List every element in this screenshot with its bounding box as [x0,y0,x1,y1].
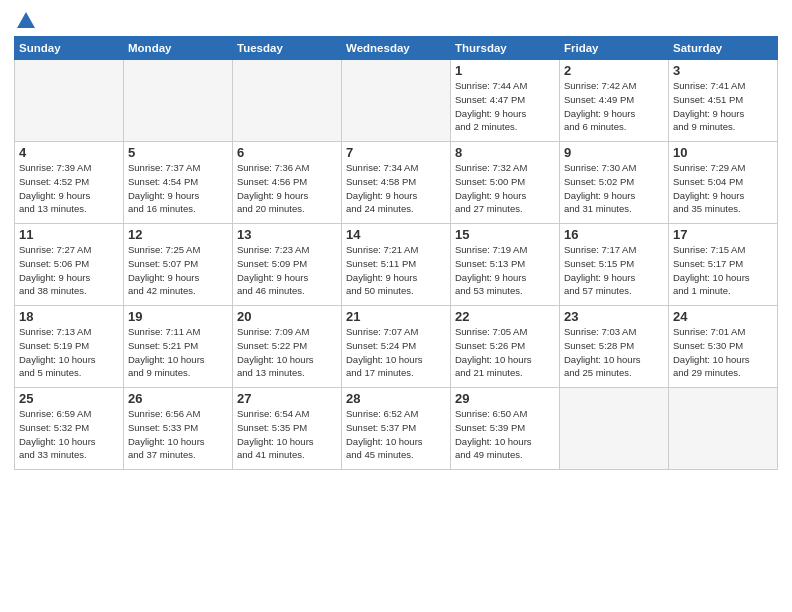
weekday-header-row: SundayMondayTuesdayWednesdayThursdayFrid… [15,37,778,60]
calendar-cell [560,388,669,470]
calendar-cell [669,388,778,470]
day-number: 13 [237,227,337,242]
day-number: 26 [128,391,228,406]
weekday-header-saturday: Saturday [669,37,778,60]
day-info: Sunrise: 7:34 AM Sunset: 4:58 PM Dayligh… [346,161,446,216]
day-info: Sunrise: 7:17 AM Sunset: 5:15 PM Dayligh… [564,243,664,298]
calendar-cell: 18Sunrise: 7:13 AM Sunset: 5:19 PM Dayli… [15,306,124,388]
calendar-cell: 22Sunrise: 7:05 AM Sunset: 5:26 PM Dayli… [451,306,560,388]
calendar-cell: 12Sunrise: 7:25 AM Sunset: 5:07 PM Dayli… [124,224,233,306]
calendar-cell: 2Sunrise: 7:42 AM Sunset: 4:49 PM Daylig… [560,60,669,142]
day-number: 4 [19,145,119,160]
calendar-cell: 4Sunrise: 7:39 AM Sunset: 4:52 PM Daylig… [15,142,124,224]
day-number: 20 [237,309,337,324]
day-info: Sunrise: 7:41 AM Sunset: 4:51 PM Dayligh… [673,79,773,134]
day-number: 19 [128,309,228,324]
calendar-week-5: 25Sunrise: 6:59 AM Sunset: 5:32 PM Dayli… [15,388,778,470]
calendar-cell: 28Sunrise: 6:52 AM Sunset: 5:37 PM Dayli… [342,388,451,470]
weekday-header-friday: Friday [560,37,669,60]
calendar-cell: 20Sunrise: 7:09 AM Sunset: 5:22 PM Dayli… [233,306,342,388]
day-info: Sunrise: 7:19 AM Sunset: 5:13 PM Dayligh… [455,243,555,298]
calendar-cell [124,60,233,142]
calendar-cell: 17Sunrise: 7:15 AM Sunset: 5:17 PM Dayli… [669,224,778,306]
calendar-table: SundayMondayTuesdayWednesdayThursdayFrid… [14,36,778,470]
calendar-cell: 24Sunrise: 7:01 AM Sunset: 5:30 PM Dayli… [669,306,778,388]
day-info: Sunrise: 6:56 AM Sunset: 5:33 PM Dayligh… [128,407,228,462]
page-container: SundayMondayTuesdayWednesdayThursdayFrid… [0,0,792,476]
day-number: 24 [673,309,773,324]
day-number: 1 [455,63,555,78]
header [14,10,778,28]
calendar-week-1: 1Sunrise: 7:44 AM Sunset: 4:47 PM Daylig… [15,60,778,142]
day-info: Sunrise: 7:44 AM Sunset: 4:47 PM Dayligh… [455,79,555,134]
day-info: Sunrise: 7:13 AM Sunset: 5:19 PM Dayligh… [19,325,119,380]
day-info: Sunrise: 7:11 AM Sunset: 5:21 PM Dayligh… [128,325,228,380]
calendar-cell: 8Sunrise: 7:32 AM Sunset: 5:00 PM Daylig… [451,142,560,224]
day-info: Sunrise: 7:32 AM Sunset: 5:00 PM Dayligh… [455,161,555,216]
day-info: Sunrise: 6:54 AM Sunset: 5:35 PM Dayligh… [237,407,337,462]
day-number: 12 [128,227,228,242]
day-info: Sunrise: 7:25 AM Sunset: 5:07 PM Dayligh… [128,243,228,298]
calendar-cell: 25Sunrise: 6:59 AM Sunset: 5:32 PM Dayli… [15,388,124,470]
day-number: 9 [564,145,664,160]
weekday-header-monday: Monday [124,37,233,60]
weekday-header-wednesday: Wednesday [342,37,451,60]
logo [14,10,37,28]
calendar-cell: 7Sunrise: 7:34 AM Sunset: 4:58 PM Daylig… [342,142,451,224]
day-info: Sunrise: 7:27 AM Sunset: 5:06 PM Dayligh… [19,243,119,298]
calendar-cell: 1Sunrise: 7:44 AM Sunset: 4:47 PM Daylig… [451,60,560,142]
day-number: 23 [564,309,664,324]
day-info: Sunrise: 7:30 AM Sunset: 5:02 PM Dayligh… [564,161,664,216]
calendar-cell: 15Sunrise: 7:19 AM Sunset: 5:13 PM Dayli… [451,224,560,306]
day-info: Sunrise: 7:09 AM Sunset: 5:22 PM Dayligh… [237,325,337,380]
day-number: 5 [128,145,228,160]
calendar-cell [342,60,451,142]
calendar-week-2: 4Sunrise: 7:39 AM Sunset: 4:52 PM Daylig… [15,142,778,224]
day-number: 7 [346,145,446,160]
day-info: Sunrise: 7:39 AM Sunset: 4:52 PM Dayligh… [19,161,119,216]
day-info: Sunrise: 6:59 AM Sunset: 5:32 PM Dayligh… [19,407,119,462]
day-info: Sunrise: 7:36 AM Sunset: 4:56 PM Dayligh… [237,161,337,216]
day-info: Sunrise: 7:23 AM Sunset: 5:09 PM Dayligh… [237,243,337,298]
day-number: 3 [673,63,773,78]
calendar-cell [233,60,342,142]
calendar-cell: 26Sunrise: 6:56 AM Sunset: 5:33 PM Dayli… [124,388,233,470]
calendar-cell: 6Sunrise: 7:36 AM Sunset: 4:56 PM Daylig… [233,142,342,224]
day-number: 17 [673,227,773,242]
day-info: Sunrise: 6:52 AM Sunset: 5:37 PM Dayligh… [346,407,446,462]
day-number: 27 [237,391,337,406]
day-number: 6 [237,145,337,160]
day-info: Sunrise: 7:01 AM Sunset: 5:30 PM Dayligh… [673,325,773,380]
day-info: Sunrise: 7:05 AM Sunset: 5:26 PM Dayligh… [455,325,555,380]
day-number: 2 [564,63,664,78]
day-info: Sunrise: 6:50 AM Sunset: 5:39 PM Dayligh… [455,407,555,462]
calendar-cell: 29Sunrise: 6:50 AM Sunset: 5:39 PM Dayli… [451,388,560,470]
calendar-cell: 23Sunrise: 7:03 AM Sunset: 5:28 PM Dayli… [560,306,669,388]
day-info: Sunrise: 7:15 AM Sunset: 5:17 PM Dayligh… [673,243,773,298]
calendar-cell: 9Sunrise: 7:30 AM Sunset: 5:02 PM Daylig… [560,142,669,224]
day-number: 11 [19,227,119,242]
calendar-cell: 5Sunrise: 7:37 AM Sunset: 4:54 PM Daylig… [124,142,233,224]
calendar-cell: 3Sunrise: 7:41 AM Sunset: 4:51 PM Daylig… [669,60,778,142]
day-info: Sunrise: 7:37 AM Sunset: 4:54 PM Dayligh… [128,161,228,216]
day-info: Sunrise: 7:03 AM Sunset: 5:28 PM Dayligh… [564,325,664,380]
calendar-week-3: 11Sunrise: 7:27 AM Sunset: 5:06 PM Dayli… [15,224,778,306]
day-info: Sunrise: 7:29 AM Sunset: 5:04 PM Dayligh… [673,161,773,216]
calendar-week-4: 18Sunrise: 7:13 AM Sunset: 5:19 PM Dayli… [15,306,778,388]
calendar-cell: 16Sunrise: 7:17 AM Sunset: 5:15 PM Dayli… [560,224,669,306]
day-info: Sunrise: 7:42 AM Sunset: 4:49 PM Dayligh… [564,79,664,134]
weekday-header-tuesday: Tuesday [233,37,342,60]
day-number: 14 [346,227,446,242]
svg-marker-0 [17,12,35,28]
day-number: 15 [455,227,555,242]
day-number: 16 [564,227,664,242]
day-number: 22 [455,309,555,324]
calendar-cell: 27Sunrise: 6:54 AM Sunset: 5:35 PM Dayli… [233,388,342,470]
logo-icon [15,10,37,32]
weekday-header-thursday: Thursday [451,37,560,60]
weekday-header-sunday: Sunday [15,37,124,60]
day-info: Sunrise: 7:07 AM Sunset: 5:24 PM Dayligh… [346,325,446,380]
day-number: 10 [673,145,773,160]
calendar-cell: 19Sunrise: 7:11 AM Sunset: 5:21 PM Dayli… [124,306,233,388]
calendar-cell: 21Sunrise: 7:07 AM Sunset: 5:24 PM Dayli… [342,306,451,388]
